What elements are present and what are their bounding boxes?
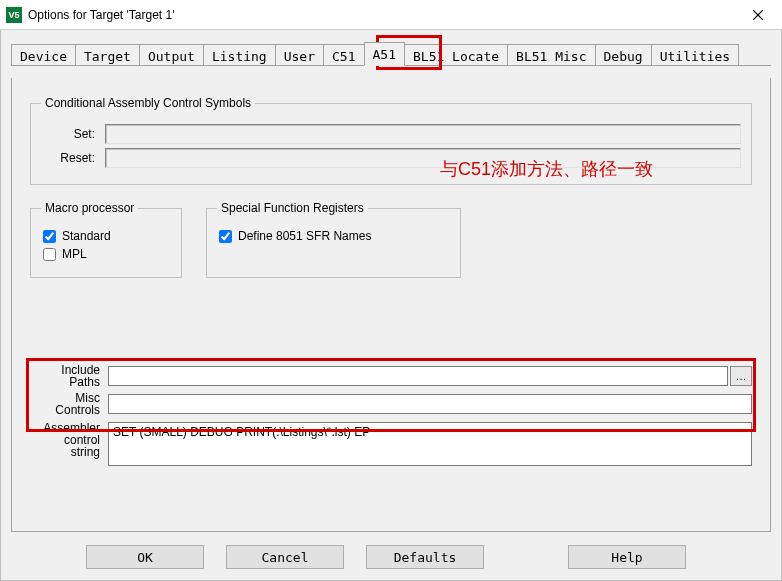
- lower-fields: Include Paths … Misc Controls Assembler …: [30, 360, 752, 470]
- group-macro-legend: Macro processor: [41, 201, 138, 215]
- app-icon: V5: [6, 7, 22, 23]
- titlebar: V5 Options for Target 'Target 1': [0, 0, 782, 30]
- reset-label: Reset:: [41, 151, 95, 165]
- tab-c51[interactable]: C51: [323, 44, 364, 66]
- group-macro-processor: Macro processor Standard MPL: [30, 201, 182, 278]
- help-button[interactable]: Help: [568, 545, 686, 569]
- button-bar: OK Cancel Defaults Help: [1, 534, 781, 580]
- define-sfr-checkbox[interactable]: [219, 230, 232, 243]
- tab-page-a51: Conditional Assembly Control Symbols Set…: [11, 78, 771, 532]
- tab-bl51-locate[interactable]: BL51 Locate: [404, 44, 508, 66]
- dialog-client: Device Target Output Listing User C51 A5…: [0, 30, 782, 581]
- window-title: Options for Target 'Target 1': [28, 8, 735, 22]
- defaults-button[interactable]: Defaults: [366, 545, 484, 569]
- tab-debug[interactable]: Debug: [595, 44, 652, 66]
- standard-label: Standard: [62, 229, 111, 243]
- tab-output[interactable]: Output: [139, 44, 204, 66]
- tab-listing[interactable]: Listing: [203, 44, 276, 66]
- cancel-button[interactable]: Cancel: [226, 545, 344, 569]
- tab-user[interactable]: User: [275, 44, 324, 66]
- close-icon: [753, 10, 763, 20]
- misc-controls-label: Misc Controls: [30, 392, 108, 416]
- assembler-control-string-label: Assembler control string: [30, 422, 108, 458]
- group-conditional-assembly: Conditional Assembly Control Symbols Set…: [30, 96, 752, 185]
- set-label: Set:: [41, 127, 95, 141]
- reset-input[interactable]: [105, 148, 741, 168]
- close-button[interactable]: [735, 1, 780, 29]
- ellipsis-icon: …: [736, 370, 747, 382]
- mpl-checkbox-row[interactable]: MPL: [41, 247, 171, 261]
- tab-utilities[interactable]: Utilities: [651, 44, 739, 66]
- mpl-checkbox[interactable]: [43, 248, 56, 261]
- group-sfr-legend: Special Function Registers: [217, 201, 368, 215]
- group-conditional-assembly-legend: Conditional Assembly Control Symbols: [41, 96, 255, 110]
- group-sfr: Special Function Registers Define 8051 S…: [206, 201, 461, 278]
- tab-target[interactable]: Target: [75, 44, 140, 66]
- mpl-label: MPL: [62, 247, 87, 261]
- include-paths-label: Include Paths: [30, 364, 108, 388]
- assembler-control-string: [108, 422, 752, 466]
- ok-button[interactable]: OK: [86, 545, 204, 569]
- include-paths-browse-button[interactable]: …: [730, 366, 752, 386]
- misc-controls-input[interactable]: [108, 394, 752, 414]
- tab-device[interactable]: Device: [11, 44, 76, 66]
- set-input[interactable]: [105, 124, 741, 144]
- define-sfr-label: Define 8051 SFR Names: [238, 229, 371, 243]
- tab-strip: Device Target Output Listing User C51 A5…: [1, 30, 781, 66]
- include-paths-input[interactable]: [108, 366, 728, 386]
- standard-checkbox[interactable]: [43, 230, 56, 243]
- standard-checkbox-row[interactable]: Standard: [41, 229, 171, 243]
- define-sfr-checkbox-row[interactable]: Define 8051 SFR Names: [217, 229, 450, 243]
- tab-bl51-misc[interactable]: BL51 Misc: [507, 44, 595, 66]
- tab-a51[interactable]: A51: [364, 42, 405, 66]
